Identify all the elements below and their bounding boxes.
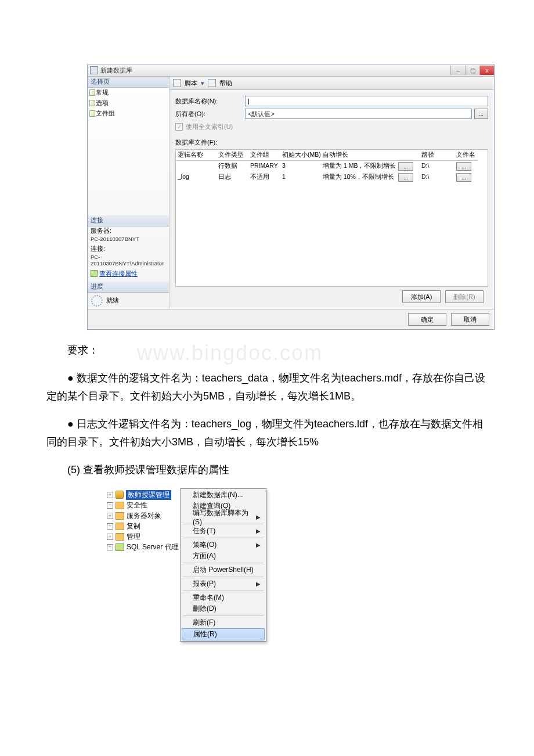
progress-ready: 就绪 (106, 297, 119, 305)
table-row[interactable]: _log 日志 不适用 1 增量为 10%，不限制增长 ... D:\ ... (176, 172, 488, 183)
new-database-dialog: 新建数据库 – ▢ x 选择页 常规 选项 文件组 连接 服务器: PC-201… (87, 64, 495, 330)
context-menu[interactable]: 新建数据库(N)...新建查询(Q)编写数据库脚本为(S)▶任务(T)▶策略(O… (180, 488, 266, 642)
context-menu-item[interactable]: 编写数据库脚本为(S)▶ (181, 512, 265, 523)
cell-file-type: 行数据 (217, 161, 248, 172)
step5-heading: (5) 查看教师授课管理数据库的属性 (46, 461, 488, 480)
context-menu-label: 新建数据库(N)... (193, 490, 243, 500)
col-initsize[interactable]: 初始大小(MB) (280, 150, 321, 161)
expand-icon[interactable]: + (107, 544, 113, 550)
submenu-arrow-icon: ▶ (256, 514, 261, 520)
context-menu-item[interactable]: 报表(P)▶ (181, 578, 265, 589)
server-value: PC-20110307BNYT (88, 236, 169, 244)
context-menu-item[interactable]: 刷新(F) (181, 617, 265, 628)
left-pane: 选择页 常规 选项 文件组 连接 服务器: PC-20110307BNYT 连接… (88, 77, 169, 309)
cancel-button[interactable]: 取消 (451, 313, 489, 326)
context-menu-label: 方面(A) (193, 551, 216, 561)
dbfiles-label: 数据库文件(F): (175, 137, 488, 149)
requirement-datafile: ● 数据文件的逻辑文件名为：teachers_data，物理文件名为teache… (46, 369, 488, 406)
col-logical-name[interactable]: 逻辑名称 (176, 150, 217, 161)
script-dropdown-icon[interactable]: ▾ (201, 80, 204, 87)
path-browse-button[interactable]: ... (456, 162, 471, 171)
context-menu-item[interactable]: 方面(A) (181, 550, 265, 561)
expand-icon[interactable]: + (107, 492, 113, 498)
path-browse-button[interactable]: ... (456, 173, 471, 182)
cell-path: D:\ (420, 161, 454, 172)
dbname-label: 数据库名称(N): (175, 97, 245, 106)
context-menu-label: 策略(O) (193, 540, 217, 550)
script-button[interactable]: 脚本 (185, 79, 197, 88)
view-connection-props-link[interactable]: 查看连接属性 (88, 269, 169, 282)
close-button[interactable]: x (479, 66, 494, 75)
tree-item-server-objects[interactable]: 服务器对象 (127, 511, 161, 521)
section-progress: 进度 (88, 282, 169, 293)
col-file-type[interactable]: 文件类型 (217, 150, 248, 161)
context-menu-label: 启动 PowerShell(H) (193, 565, 254, 575)
folder-icon (116, 543, 124, 551)
context-menu-item[interactable]: 启动 PowerShell(H) (181, 564, 265, 575)
maximize-button[interactable]: ▢ (465, 66, 479, 75)
dbname-input[interactable] (245, 96, 488, 106)
cell-logical-name[interactable] (176, 161, 217, 172)
expand-icon[interactable]: + (107, 523, 113, 530)
page-item-general[interactable]: 常规 (88, 88, 169, 98)
context-menu-item[interactable]: 重命名(M) (181, 592, 265, 603)
cell-file-type: 日志 (217, 172, 248, 183)
spinner-icon (91, 295, 103, 307)
context-menu-item[interactable]: 属性(R) (182, 628, 265, 640)
folder-icon (116, 502, 124, 509)
cell-autogrow: 增量为 1 MB，不限制增长 (321, 161, 396, 172)
server-label: 服务器: (88, 226, 169, 236)
context-menu-item[interactable]: 策略(O)▶ (181, 539, 265, 550)
tree-selected-db[interactable]: 教师授课管理 (126, 490, 171, 500)
ok-button[interactable]: 确定 (408, 313, 446, 326)
section-select-page: 选择页 (88, 77, 169, 88)
context-menu-item[interactable]: 删除(D) (181, 603, 265, 614)
cell-initsize[interactable]: 3 (280, 161, 321, 172)
expand-icon[interactable]: + (107, 534, 113, 540)
add-button[interactable]: 添加(A) (402, 290, 441, 303)
autogrow-edit-button[interactable]: ... (398, 173, 413, 182)
col-blank (396, 150, 420, 161)
expand-icon[interactable]: + (107, 502, 113, 509)
context-menu-label: 报表(P) (193, 579, 216, 589)
context-menu-label: 删除(D) (193, 604, 217, 614)
minimize-button[interactable]: – (450, 66, 465, 75)
page-item-options[interactable]: 选项 (88, 98, 169, 109)
tree-item-sql-agent[interactable]: SQL Server 代理 (127, 542, 179, 552)
object-explorer-context: + 教师授课管理 +安全性 +服务器对象 +复制 +管理 +SQL Server… (104, 488, 488, 642)
context-menu-label: 编写数据库脚本为(S) (193, 508, 256, 526)
requirement-logfile: ● 日志文件逻辑文件名为：teachers_log，物理文件为teachers.… (46, 415, 488, 452)
context-menu-label: 属性(R) (193, 629, 217, 639)
tree-item-management[interactable]: 管理 (127, 532, 140, 542)
object-explorer-tree[interactable]: + 教师授课管理 +安全性 +服务器对象 +复制 +管理 +SQL Server… (104, 488, 180, 642)
db-files-grid[interactable]: 逻辑名称 文件类型 文件组 初始大小(MB) 自动增长 路径 文件名 行数据 (175, 149, 488, 287)
cell-logical-name[interactable]: _log (176, 172, 217, 183)
requirements-heading: 要求： (46, 341, 488, 360)
expand-icon[interactable]: + (107, 513, 113, 519)
col-filename[interactable]: 文件名 (454, 150, 478, 161)
cell-path: D:\ (420, 172, 454, 183)
submenu-arrow-icon: ▶ (256, 542, 261, 548)
cell-autogrow: 增量为 10%，不限制增长 (321, 172, 396, 183)
database-icon (116, 491, 124, 499)
delete-button: 删除(R) (445, 290, 484, 303)
col-filegroup[interactable]: 文件组 (248, 150, 280, 161)
help-button[interactable]: 帮助 (219, 79, 232, 88)
owner-input[interactable]: <默认值> (245, 109, 472, 119)
table-row[interactable]: 行数据 PRIMARY 3 增量为 1 MB，不限制增长 ... D:\ ... (176, 161, 488, 172)
context-menu-label: 刷新(F) (193, 618, 215, 628)
script-icon (173, 79, 181, 87)
titlebar[interactable]: 新建数据库 – ▢ x (88, 64, 494, 77)
tree-item-replication[interactable]: 复制 (127, 521, 140, 531)
tree-item-security[interactable]: 安全性 (127, 501, 147, 510)
context-menu-item[interactable]: 任务(T)▶ (181, 525, 265, 537)
col-autogrow[interactable]: 自动增长 (321, 150, 396, 161)
context-menu-item[interactable]: 新建数据库(N)... (181, 489, 265, 501)
autogrow-edit-button[interactable]: ... (398, 162, 413, 171)
page-item-filegroup[interactable]: 文件组 (88, 109, 169, 119)
cell-initsize[interactable]: 1 (280, 172, 321, 183)
context-menu-label: 任务(T) (193, 526, 215, 536)
col-path[interactable]: 路径 (420, 150, 454, 161)
owner-browse-button[interactable]: ... (474, 109, 488, 119)
context-menu-label: 重命名(M) (193, 593, 224, 603)
